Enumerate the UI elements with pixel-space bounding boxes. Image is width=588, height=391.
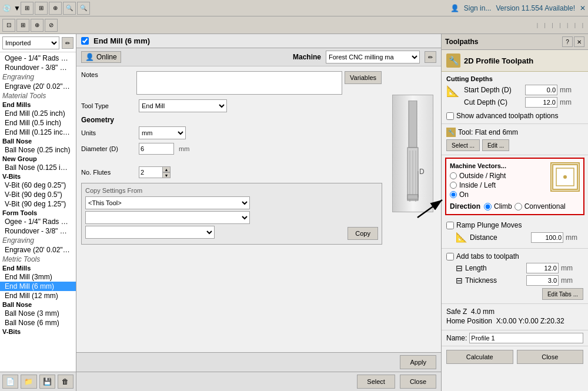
tree-item-ogee1[interactable]: Ogee - 1/4" Rads 1 1/4" C <box>0 54 76 63</box>
diameter-input[interactable] <box>139 143 174 155</box>
new-tool-button[interactable]: 📄 <box>2 375 18 389</box>
tree-item-engrave2[interactable]: Engrave (20' 0.02" Tip Die <box>0 245 76 255</box>
secondary-icon-1[interactable]: ⊡ <box>2 19 15 32</box>
toolbar-icon-4[interactable]: 🔍 <box>63 2 76 15</box>
tree-item-em3mm[interactable]: End Mill (3mm) <box>0 272 76 282</box>
direction-row: Direction Climb Conventional <box>450 202 580 210</box>
edit-tabs-button[interactable]: Edit Tabs ... <box>542 288 583 300</box>
tree-item-bn0125[interactable]: Ball Nose (0.125 inch) <box>0 163 76 172</box>
save-button[interactable]: 💾 <box>39 375 55 389</box>
inside-left-row: Inside / Left <box>450 181 546 189</box>
version-text: Version 11.554 Available! <box>496 4 575 12</box>
panel-close-button[interactable]: ✕ <box>574 36 584 47</box>
tp-edit-button[interactable]: Edit ... <box>482 139 509 151</box>
select-button[interactable]: Select <box>357 375 395 389</box>
apply-button[interactable]: Apply <box>400 355 436 369</box>
geometry-title: Geometry <box>81 116 382 124</box>
tree-item-bn025[interactable]: Ball Nose (0.25 inch) <box>0 145 76 155</box>
variables-button[interactable]: Variables <box>345 71 382 84</box>
close-button[interactable]: Close <box>400 375 436 389</box>
notes-section: Notes Variables <box>81 71 382 95</box>
conventional-label: Conventional <box>524 202 566 210</box>
toolbar-icon-1[interactable]: ⊞ <box>21 2 34 15</box>
start-depth-input[interactable] <box>525 85 557 95</box>
flutes-down-arrow[interactable]: ▼ <box>162 172 171 178</box>
flutes-up-arrow[interactable]: ▲ <box>162 166 171 172</box>
copy-source-dropdown-3[interactable] <box>85 226 215 239</box>
distance-input[interactable] <box>531 232 563 243</box>
tree-item-bn6mm[interactable]: Ball Nose (6 mm) <box>0 318 76 327</box>
tool-enabled-checkbox[interactable] <box>81 37 89 45</box>
show-advanced-checkbox[interactable] <box>446 112 454 120</box>
tree-item-em025[interactable]: End Mill (0.25 inch) <box>0 109 76 118</box>
tree-item-vb60-025[interactable]: V-Bit (60 deg 0.25") <box>0 181 76 190</box>
open-button[interactable]: 📁 <box>21 375 36 389</box>
copy-button[interactable]: Copy <box>348 227 378 240</box>
on-radio[interactable] <box>450 191 457 198</box>
tp-close-button[interactable]: Close <box>517 350 584 364</box>
tool-image-panel: D <box>389 71 436 347</box>
start-depth-row: Start Depth (D) mm <box>464 85 572 95</box>
tree-item-em12mm[interactable]: End Mill (12 mm) <box>0 291 76 300</box>
home-position-label: Home Position <box>446 317 492 325</box>
toolpath-bottom-buttons: Calculate Close <box>442 346 588 367</box>
inside-left-radio[interactable] <box>450 182 457 189</box>
inside-left-label: Inside / Left <box>459 181 496 189</box>
length-input[interactable] <box>526 263 559 273</box>
outside-right-row: Outside / Right <box>450 172 546 180</box>
tree-item-em6mm[interactable]: End Mill (6 mm) <box>0 282 76 291</box>
length-row: ⊟ Length mm <box>456 263 583 273</box>
calculate-button[interactable]: Calculate <box>446 350 513 364</box>
copy-source-dropdown-2[interactable] <box>85 211 250 224</box>
tool-section: 🔧 Tool: Flat end 6mm Select ... Edit ... <box>442 124 588 155</box>
panel-help-button[interactable]: ? <box>562 36 573 47</box>
conventional-radio[interactable] <box>514 203 522 210</box>
outside-right-radio[interactable] <box>450 172 457 179</box>
close-icon[interactable]: ✕ <box>580 4 586 12</box>
tree-item-ogee2[interactable]: Ogee - 1/4" Rads 1 1/4" C <box>0 217 76 226</box>
machine-dropdown[interactable]: Forest CNC milling ma <box>326 51 420 64</box>
ramp-plunge-checkbox[interactable] <box>446 222 454 229</box>
disc-icon: 💿 <box>2 4 11 12</box>
machine-label: Machine <box>293 53 321 61</box>
units-dropdown[interactable]: mm <box>139 126 186 139</box>
tree-item-em05[interactable]: End Mill (0.5 inch) <box>0 118 76 128</box>
cut-depth-input[interactable] <box>525 97 557 108</box>
toolbar-icon-3[interactable]: ⊕ <box>49 2 62 15</box>
tree-item-roundover2[interactable]: Roundover - 3/8" Rad 1" <box>0 226 76 236</box>
tool-type-dropdown[interactable]: End Mill <box>139 99 227 112</box>
delete-button[interactable]: 🗑 <box>58 375 74 389</box>
thickness-input[interactable] <box>526 275 559 286</box>
profile-name-input[interactable] <box>469 333 583 343</box>
secondary-icon-4[interactable]: ⊘ <box>45 19 58 32</box>
safe-z-section: Safe Z 4.0 mm Home Position X:0.00 Y:0.0… <box>442 304 588 330</box>
tp-select-button[interactable]: Select ... <box>446 139 480 151</box>
safe-z-value: 4.0 mm <box>471 308 495 316</box>
tree-item-engrave1[interactable]: Engrave (20' 0.02" Tip Die <box>0 82 76 91</box>
tree-item-em0125[interactable]: End Mill (0.125 inches) <box>0 128 76 137</box>
add-tabs-checkbox[interactable] <box>446 253 454 260</box>
sidebar-edit-button[interactable]: ✏ <box>62 37 74 49</box>
tool-svg: D <box>398 101 427 206</box>
tree-item-roundover1[interactable]: Roundover - 3/8" Rad 1" <box>0 63 76 72</box>
secondary-icon-3[interactable]: ⊕ <box>31 19 44 32</box>
tree-item-vb90-125[interactable]: V-Bit (90 deg 1.25") <box>0 199 76 209</box>
notes-input[interactable] <box>136 71 342 95</box>
toolbar-icon-5[interactable]: 🔍 <box>77 2 90 15</box>
tree-item-bn3mm[interactable]: Ball Nose (3 mm) <box>0 309 76 318</box>
tool-title: End Mill (6 mm) <box>93 36 150 45</box>
copy-source-dropdown-1[interactable]: <This Tool> <box>85 196 250 209</box>
flutes-input[interactable] <box>139 166 162 178</box>
geometry-section: Geometry Units mm Diameter (D) mm <box>81 116 382 155</box>
library-dropdown[interactable]: Imported <box>2 36 59 49</box>
machine-settings-button[interactable]: ✏ <box>425 51 436 63</box>
online-button[interactable]: 👤 Online <box>81 51 121 63</box>
safe-z-label: Safe Z <box>446 308 467 316</box>
toolbar-icon-2[interactable]: ⊞ <box>35 2 48 15</box>
secondary-icon-2[interactable]: ⊞ <box>16 19 29 32</box>
tool-type-icon: 🔧 <box>446 128 456 137</box>
sign-in-label[interactable]: Sign in... <box>464 4 492 12</box>
climb-radio[interactable] <box>484 203 492 210</box>
tree-item-vb90-05[interactable]: V-Bit (90 deg 0.5") <box>0 190 76 199</box>
ramp-plunge-label: Ramp Plunge Moves <box>456 221 522 229</box>
